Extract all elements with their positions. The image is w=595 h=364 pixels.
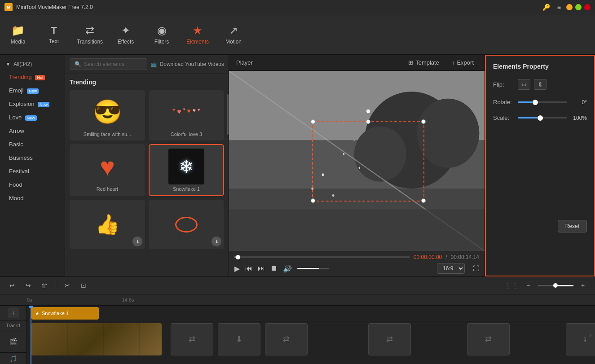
track1-label: Track1 bbox=[0, 320, 26, 330]
sidebar-item-business[interactable]: Business bbox=[2, 151, 63, 164]
toolbar-motion[interactable]: ↗ Motion bbox=[216, 14, 251, 55]
transition-block-3[interactable]: ⇄ bbox=[265, 323, 308, 355]
key-icon[interactable]: 🔑 bbox=[541, 4, 552, 11]
aspect-ratio-select[interactable]: 16:9 9:16 1:1 4:3 bbox=[437, 263, 465, 274]
add-track-button[interactable]: + bbox=[8, 307, 19, 318]
delete-button[interactable]: 🗑 bbox=[38, 279, 51, 292]
progress-track[interactable] bbox=[234, 256, 410, 258]
sidebar-item-emoji[interactable]: Emoji New bbox=[2, 84, 63, 97]
element-red-heart[interactable]: ♥ Red heart bbox=[70, 144, 145, 196]
menu-icon[interactable]: ≡ bbox=[555, 4, 563, 11]
transitions-icon: ⇄ bbox=[85, 24, 94, 37]
search-box[interactable]: 🔍 Search elements bbox=[70, 58, 147, 70]
circle-icon bbox=[175, 217, 198, 232]
reset-button[interactable]: Reset bbox=[558, 220, 587, 232]
properties-title: Elements Property bbox=[493, 63, 587, 70]
rotate-slider-track[interactable] bbox=[518, 101, 567, 103]
controls-row: ▶ ⏮ ⏭ ⏹ 🔊 16:9 9:16 1:1 4:3 ⛶ bbox=[234, 263, 479, 274]
youtube-icon: 📺 bbox=[151, 61, 158, 67]
handle-topcenter[interactable] bbox=[366, 119, 370, 124]
sidebar-item-basic[interactable]: Basic bbox=[2, 138, 63, 151]
close-button[interactable] bbox=[584, 4, 591, 10]
cut-button[interactable]: ✂ bbox=[61, 279, 74, 292]
element-smiling-face[interactable]: 😎 Smiling face with su... bbox=[70, 90, 145, 140]
flip-vertical-button[interactable]: ⇕ bbox=[534, 79, 547, 90]
time-separator: / bbox=[445, 254, 447, 260]
undo-button[interactable]: ↩ bbox=[5, 279, 19, 292]
element-colorful-love[interactable]: ♥ ♥ ♥ ♥ ♥ ♥ Colorful love 3 bbox=[149, 90, 224, 140]
audio-track-icon: 🎵 bbox=[9, 355, 17, 362]
transition-arrow-1: ⇄ bbox=[189, 334, 195, 344]
sidebar-item-arrow[interactable]: Arrow bbox=[2, 124, 63, 137]
sidebar-item-trending[interactable]: Trending Hot bbox=[2, 70, 63, 83]
progress-thumb[interactable] bbox=[236, 255, 240, 259]
fastforward-button[interactable]: ⏭ bbox=[258, 264, 265, 272]
toolbar-text[interactable]: T Text bbox=[36, 14, 72, 55]
video-clip-thumb bbox=[31, 323, 162, 355]
rotate-control: 0° bbox=[518, 99, 587, 105]
handle-topleft[interactable] bbox=[311, 119, 315, 124]
rewind-button[interactable]: ⏮ bbox=[245, 264, 252, 272]
zoom-plus-button[interactable]: + bbox=[576, 279, 590, 292]
handle-topright[interactable] bbox=[421, 119, 426, 124]
zoom-minus-button[interactable]: − bbox=[521, 279, 535, 292]
handle-bottomright[interactable] bbox=[421, 198, 426, 203]
toolbar-filters[interactable]: ◉ Filters bbox=[144, 14, 180, 55]
element-thumbs[interactable]: 👍 ⬇ bbox=[70, 200, 145, 249]
handle-rotate[interactable] bbox=[366, 109, 370, 114]
effects-icon: ✦ bbox=[121, 24, 130, 37]
scrollbar[interactable] bbox=[227, 94, 229, 135]
flip-horizontal-button[interactable]: ⇔ bbox=[518, 79, 530, 90]
volume-slider[interactable] bbox=[297, 268, 329, 269]
flip-h-icon: ⇔ bbox=[521, 81, 527, 88]
sidebar-item-festival[interactable]: Festival bbox=[2, 165, 63, 178]
flip-label: Flip: bbox=[493, 81, 518, 88]
toolbar-effects[interactable]: ✦ Effects bbox=[108, 14, 144, 55]
zoom-slider[interactable] bbox=[538, 285, 573, 286]
selection-box[interactable] bbox=[312, 121, 424, 202]
maximize-button[interactable] bbox=[575, 4, 582, 10]
fullscreen-button[interactable]: ⛶ bbox=[473, 265, 479, 272]
zoom-handle[interactable] bbox=[553, 283, 558, 288]
sidebar-item-food[interactable]: Food bbox=[2, 178, 63, 191]
player-controls: 00:00:00.00 / 00:00:14.14 ▶ ⏮ ⏭ ⏹ 🔊 16:9… bbox=[229, 251, 485, 276]
crop-button[interactable]: ⊡ bbox=[77, 279, 90, 292]
playhead[interactable] bbox=[31, 306, 31, 364]
scale-slider-track[interactable] bbox=[518, 117, 567, 118]
transition-block-2[interactable]: ⬇ bbox=[218, 323, 260, 355]
section-title: Trending bbox=[70, 79, 224, 86]
sidebar-item-explosion[interactable]: Explosion New bbox=[2, 97, 63, 110]
sidebar-item-love[interactable]: Love New bbox=[2, 111, 63, 124]
sidebar-header[interactable]: ▼ All(342) bbox=[0, 58, 65, 70]
play-button[interactable]: ▶ bbox=[234, 264, 240, 273]
search-placeholder: Search elements bbox=[84, 61, 124, 67]
stop-button[interactable]: ⏹ bbox=[270, 264, 278, 272]
handle-bottomleft[interactable] bbox=[311, 198, 315, 203]
side-expand-button[interactable]: › bbox=[586, 326, 595, 344]
elements-grid: 😎 Smiling face with su... ♥ ♥ ♥ ♥ bbox=[70, 90, 224, 249]
transition-block-1[interactable]: ⇄ bbox=[171, 323, 213, 355]
toolbar-media[interactable]: 📁 Media bbox=[0, 14, 36, 55]
toolbar-elements[interactable]: ★ Elements bbox=[180, 14, 216, 55]
video-clip[interactable] bbox=[31, 323, 162, 355]
template-button[interactable]: ⊞ Template bbox=[405, 57, 443, 68]
left-sidebar: ▼ All(342) Trending Hot Emoji New Explos… bbox=[0, 55, 65, 276]
export-button[interactable]: ↑ Export bbox=[448, 57, 477, 68]
toolbar-transitions[interactable]: ⇄ Transitions bbox=[72, 14, 108, 55]
sidebar-item-mood[interactable]: Mood bbox=[2, 192, 63, 205]
redo-button[interactable]: ↪ bbox=[22, 279, 35, 292]
thumbs-download-icon[interactable]: ⬇ bbox=[132, 237, 142, 246]
volume-icon[interactable]: 🔊 bbox=[283, 264, 292, 273]
rotate-slider-handle[interactable] bbox=[533, 100, 538, 105]
scale-slider-handle[interactable] bbox=[538, 115, 543, 121]
element-circle[interactable]: ⬇ bbox=[149, 200, 224, 249]
transition-block-5[interactable]: ⇄ bbox=[467, 323, 510, 355]
app-logo: M bbox=[4, 3, 13, 11]
transition-block-4[interactable]: ⇄ bbox=[368, 323, 411, 355]
download-youtube-btn[interactable]: 📺 Download YouTube Videos bbox=[151, 61, 224, 67]
minimize-button[interactable] bbox=[566, 4, 573, 10]
element-snowflake1[interactable]: ❄ Snowflake 1 bbox=[149, 144, 224, 196]
circle-download-icon[interactable]: ⬇ bbox=[212, 237, 221, 246]
element-clip-snowflake[interactable]: ★ Snowflake 1 bbox=[31, 307, 99, 320]
timeline-time-mid: 14.6s bbox=[122, 297, 134, 303]
